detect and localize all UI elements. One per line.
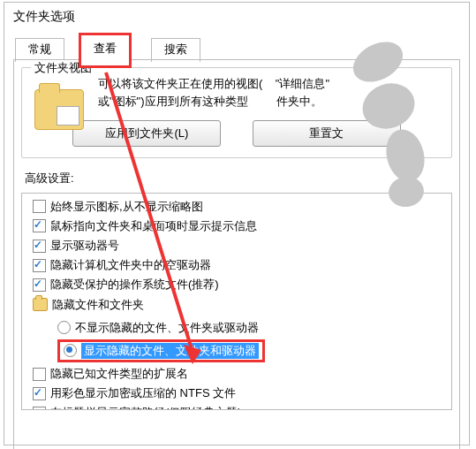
checkbox-icon[interactable] bbox=[33, 368, 46, 381]
checkbox-icon[interactable] bbox=[33, 259, 46, 272]
checkbox-icon[interactable] bbox=[33, 387, 46, 400]
checkbox-icon[interactable] bbox=[33, 407, 46, 410]
radio-icon[interactable] bbox=[57, 321, 71, 334]
tab-general[interactable]: 常规 bbox=[15, 38, 64, 62]
radio-icon[interactable] bbox=[64, 344, 77, 357]
list-item[interactable]: 显示驱动器号 bbox=[29, 236, 451, 255]
folder-icon bbox=[34, 89, 84, 130]
list-item[interactable]: 隐藏受保护的操作系统文件(推荐) bbox=[29, 275, 451, 294]
checkbox-icon[interactable] bbox=[33, 240, 46, 253]
tab-search[interactable]: 搜索 bbox=[151, 38, 200, 62]
list-item[interactable]: 在标题栏显示完整路径(仅限经典主题) bbox=[29, 403, 451, 409]
checkbox-icon[interactable] bbox=[33, 200, 46, 213]
list-item[interactable]: 隐藏计算机文件夹中的空驱动器 bbox=[29, 255, 451, 275]
list-item[interactable]: 不显示隐藏的文件、文件夹或驱动器 bbox=[54, 318, 451, 338]
list-item[interactable]: 始终显示图标,从不显示缩略图 bbox=[29, 197, 451, 217]
show-hidden-files-option: 显示隐藏的文件、文件夹和驱动器 bbox=[81, 343, 259, 359]
list-item[interactable]: 隐藏已知文件类型的扩展名 bbox=[29, 364, 451, 384]
checkbox-icon[interactable] bbox=[33, 278, 46, 292]
apply-to-folders-button[interactable]: 应用到文件夹(L) bbox=[72, 120, 221, 147]
list-item[interactable]: 鼠标指向文件夹和桌面项时显示提示信息 bbox=[29, 217, 451, 236]
advanced-settings-list[interactable]: 始终显示图标,从不显示缩略图 鼠标指向文件夹和桌面项时显示提示信息 显示驱动器号… bbox=[21, 193, 452, 410]
folder-options-window: 文件夹选项 常规 查看 搜索 文件夹视图 可以将该文件夹正在使用的视图( "详细… bbox=[4, 2, 470, 445]
checkbox-icon[interactable] bbox=[33, 219, 46, 232]
list-item[interactable]: 隐藏文件和文件夹 bbox=[29, 295, 451, 315]
list-item[interactable]: 显示隐藏的文件、文件夹和驱动器 bbox=[54, 338, 451, 364]
window-title: 文件夹选项 bbox=[4, 3, 469, 31]
advanced-settings-label: 高级设置: bbox=[25, 171, 452, 186]
tab-view[interactable]: 查看 bbox=[79, 33, 132, 68]
list-item[interactable]: 用彩色显示加密或压缩的 NTFS 文件 bbox=[29, 384, 451, 403]
folder-icon bbox=[33, 298, 48, 311]
